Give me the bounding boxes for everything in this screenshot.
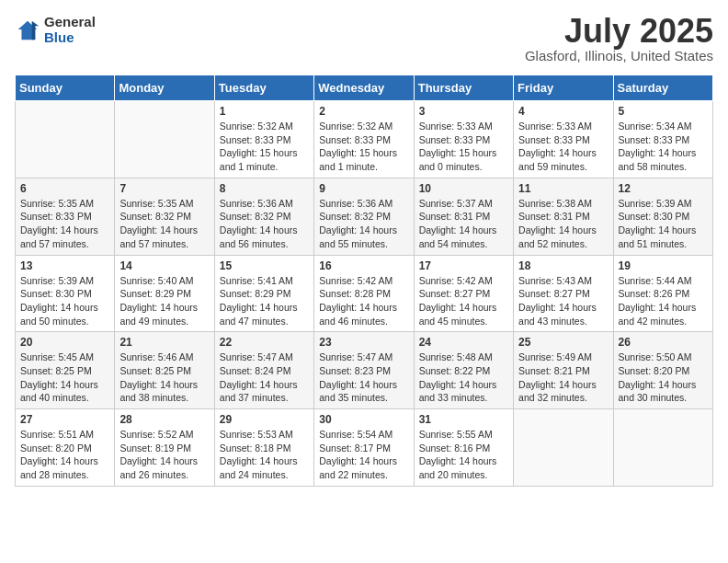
cell-content: Sunrise: 5:52 AM Sunset: 8:19 PM Dayligh… [119, 428, 209, 482]
calendar-cell: 6Sunrise: 5:35 AM Sunset: 8:33 PM Daylig… [16, 178, 115, 255]
calendar-cell: 20Sunrise: 5:45 AM Sunset: 8:25 PM Dayli… [16, 332, 115, 409]
cell-content: Sunrise: 5:34 AM Sunset: 8:33 PM Dayligh… [619, 120, 708, 174]
cell-content: Sunrise: 5:50 AM Sunset: 8:20 PM Dayligh… [619, 350, 708, 405]
cell-content: Sunrise: 5:54 AM Sunset: 8:17 PM Dayligh… [319, 428, 408, 482]
day-number: 15 [220, 259, 309, 272]
cell-content: Sunrise: 5:45 AM Sunset: 8:25 PM Dayligh… [20, 350, 109, 405]
calendar-cell: 10Sunrise: 5:37 AM Sunset: 8:31 PM Dayli… [414, 178, 513, 255]
calendar-cell: 13Sunrise: 5:39 AM Sunset: 8:30 PM Dayli… [16, 255, 115, 332]
day-number: 31 [419, 413, 508, 426]
cell-content: Sunrise: 5:42 AM Sunset: 8:28 PM Dayligh… [319, 274, 408, 328]
calendar-cell: 12Sunrise: 5:39 AM Sunset: 8:30 PM Dayli… [613, 178, 712, 255]
calendar-cell: 2Sunrise: 5:32 AM Sunset: 8:33 PM Daylig… [314, 101, 414, 178]
day-number: 25 [518, 336, 608, 349]
cell-content: Sunrise: 5:32 AM Sunset: 8:33 PM Dayligh… [220, 120, 309, 174]
day-number: 20 [20, 336, 109, 349]
logo-general-text: General [44, 15, 96, 30]
calendar-cell: 3Sunrise: 5:33 AM Sunset: 8:33 PM Daylig… [414, 101, 513, 178]
cell-content: Sunrise: 5:36 AM Sunset: 8:32 PM Dayligh… [319, 197, 408, 251]
day-number: 24 [419, 336, 508, 349]
cell-content: Sunrise: 5:33 AM Sunset: 8:33 PM Dayligh… [419, 120, 508, 174]
calendar-cell: 31Sunrise: 5:55 AM Sunset: 8:16 PM Dayli… [414, 409, 513, 487]
day-number: 1 [220, 105, 309, 118]
calendar-cell: 24Sunrise: 5:48 AM Sunset: 8:22 PM Dayli… [414, 332, 513, 409]
weekday-header: Friday [514, 75, 613, 101]
day-number: 11 [518, 182, 608, 195]
calendar-week-row: 13Sunrise: 5:39 AM Sunset: 8:30 PM Dayli… [16, 255, 713, 332]
calendar-cell: 25Sunrise: 5:49 AM Sunset: 8:21 PM Dayli… [514, 332, 613, 409]
day-number: 19 [619, 259, 708, 272]
calendar-week-row: 20Sunrise: 5:45 AM Sunset: 8:25 PM Dayli… [16, 332, 713, 409]
day-number: 9 [319, 182, 408, 195]
cell-content: Sunrise: 5:35 AM Sunset: 8:32 PM Dayligh… [119, 197, 209, 251]
title-area: July 2025 Glasford, Illinois, United Sta… [525, 15, 713, 63]
calendar-cell: 29Sunrise: 5:53 AM Sunset: 8:18 PM Dayli… [214, 409, 313, 487]
day-number: 26 [619, 336, 708, 349]
calendar-cell: 27Sunrise: 5:51 AM Sunset: 8:20 PM Dayli… [16, 409, 115, 487]
day-number: 7 [119, 182, 209, 195]
calendar-header-row: SundayMondayTuesdayWednesdayThursdayFrid… [16, 75, 713, 101]
cell-content: Sunrise: 5:51 AM Sunset: 8:20 PM Dayligh… [20, 428, 109, 482]
location-title: Glasford, Illinois, United States [525, 48, 713, 63]
cell-content: Sunrise: 5:33 AM Sunset: 8:33 PM Dayligh… [518, 120, 608, 174]
logo-icon [15, 17, 40, 43]
svg-marker-1 [32, 20, 39, 40]
calendar-cell: 11Sunrise: 5:38 AM Sunset: 8:31 PM Dayli… [514, 178, 613, 255]
day-number: 16 [319, 259, 408, 272]
day-number: 27 [20, 413, 109, 426]
page-header: General Blue July 2025 Glasford, Illinoi… [15, 15, 713, 63]
calendar-cell: 1Sunrise: 5:32 AM Sunset: 8:33 PM Daylig… [214, 101, 313, 178]
cell-content: Sunrise: 5:32 AM Sunset: 8:33 PM Dayligh… [319, 120, 408, 174]
calendar-cell [514, 409, 613, 487]
calendar-cell: 21Sunrise: 5:46 AM Sunset: 8:25 PM Dayli… [115, 332, 214, 409]
day-number: 4 [518, 105, 608, 118]
calendar-table: SundayMondayTuesdayWednesdayThursdayFrid… [15, 75, 713, 487]
cell-content: Sunrise: 5:48 AM Sunset: 8:22 PM Dayligh… [419, 350, 508, 405]
cell-content: Sunrise: 5:49 AM Sunset: 8:21 PM Dayligh… [518, 350, 608, 405]
cell-content: Sunrise: 5:42 AM Sunset: 8:27 PM Dayligh… [419, 274, 508, 328]
cell-content: Sunrise: 5:39 AM Sunset: 8:30 PM Dayligh… [619, 197, 708, 251]
calendar-cell: 8Sunrise: 5:36 AM Sunset: 8:32 PM Daylig… [214, 178, 313, 255]
cell-content: Sunrise: 5:46 AM Sunset: 8:25 PM Dayligh… [119, 350, 209, 405]
calendar-week-row: 1Sunrise: 5:32 AM Sunset: 8:33 PM Daylig… [16, 101, 713, 178]
day-number: 17 [419, 259, 508, 272]
day-number: 22 [220, 336, 309, 349]
calendar-cell [613, 409, 712, 487]
calendar-cell: 19Sunrise: 5:44 AM Sunset: 8:26 PM Dayli… [613, 255, 712, 332]
calendar-cell: 26Sunrise: 5:50 AM Sunset: 8:20 PM Dayli… [613, 332, 712, 409]
day-number: 30 [319, 413, 408, 426]
calendar-cell: 28Sunrise: 5:52 AM Sunset: 8:19 PM Dayli… [115, 409, 214, 487]
calendar-week-row: 6Sunrise: 5:35 AM Sunset: 8:33 PM Daylig… [16, 178, 713, 255]
month-title: July 2025 [525, 15, 713, 48]
day-number: 6 [20, 182, 109, 195]
cell-content: Sunrise: 5:44 AM Sunset: 8:26 PM Dayligh… [619, 274, 708, 328]
day-number: 29 [220, 413, 309, 426]
cell-content: Sunrise: 5:41 AM Sunset: 8:29 PM Dayligh… [220, 274, 309, 328]
day-number: 18 [518, 259, 608, 272]
calendar-cell: 9Sunrise: 5:36 AM Sunset: 8:32 PM Daylig… [314, 178, 414, 255]
weekday-header: Saturday [613, 75, 712, 101]
day-number: 3 [419, 105, 508, 118]
day-number: 28 [119, 413, 209, 426]
calendar-cell: 17Sunrise: 5:42 AM Sunset: 8:27 PM Dayli… [414, 255, 513, 332]
calendar-cell: 22Sunrise: 5:47 AM Sunset: 8:24 PM Dayli… [214, 332, 313, 409]
cell-content: Sunrise: 5:47 AM Sunset: 8:23 PM Dayligh… [319, 350, 408, 405]
day-number: 23 [319, 336, 408, 349]
day-number: 10 [419, 182, 508, 195]
cell-content: Sunrise: 5:47 AM Sunset: 8:24 PM Dayligh… [220, 350, 309, 405]
day-number: 21 [119, 336, 209, 349]
calendar-cell: 5Sunrise: 5:34 AM Sunset: 8:33 PM Daylig… [613, 101, 712, 178]
weekday-header: Monday [115, 75, 214, 101]
cell-content: Sunrise: 5:39 AM Sunset: 8:30 PM Dayligh… [20, 274, 109, 328]
calendar-cell: 18Sunrise: 5:43 AM Sunset: 8:27 PM Dayli… [514, 255, 613, 332]
calendar-cell [16, 101, 115, 178]
day-number: 13 [20, 259, 109, 272]
day-number: 2 [319, 105, 408, 118]
cell-content: Sunrise: 5:36 AM Sunset: 8:32 PM Dayligh… [220, 197, 309, 251]
weekday-header: Thursday [414, 75, 513, 101]
calendar-cell: 15Sunrise: 5:41 AM Sunset: 8:29 PM Dayli… [214, 255, 313, 332]
calendar-week-row: 27Sunrise: 5:51 AM Sunset: 8:20 PM Dayli… [16, 409, 713, 487]
cell-content: Sunrise: 5:37 AM Sunset: 8:31 PM Dayligh… [419, 197, 508, 251]
calendar-body: 1Sunrise: 5:32 AM Sunset: 8:33 PM Daylig… [16, 101, 713, 487]
calendar-cell: 23Sunrise: 5:47 AM Sunset: 8:23 PM Dayli… [314, 332, 414, 409]
